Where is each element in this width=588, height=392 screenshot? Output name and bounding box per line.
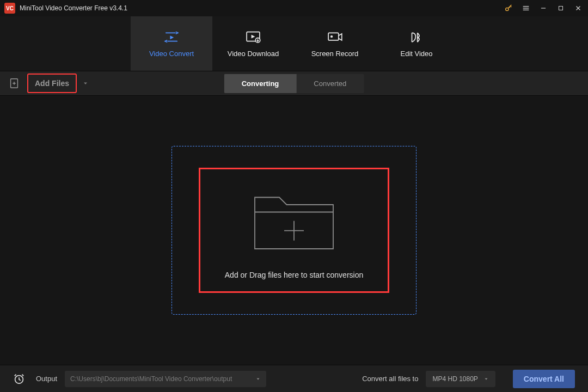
add-files-label: Add Files	[35, 79, 69, 88]
tab-video-download[interactable]: Video Download	[212, 16, 294, 71]
svg-point-0	[506, 8, 509, 10]
svg-marker-23	[485, 378, 487, 379]
schedule-icon[interactable]	[13, 373, 25, 385]
svg-marker-17	[84, 83, 87, 85]
key-icon[interactable]	[504, 4, 513, 13]
chevron-down-icon	[483, 376, 489, 382]
output-format-select[interactable]: MP4 HD 1080P	[426, 371, 495, 387]
main-tabs: Video Convert Video Download Screen Reco…	[0, 16, 588, 71]
svg-marker-22	[257, 378, 260, 379]
segment-converted[interactable]: Converted	[296, 74, 364, 93]
svg-point-13	[330, 35, 333, 38]
output-path-value: C:\Users\bj\Documents\MiniTool Video Con…	[70, 375, 232, 383]
dropzone-inner[interactable]: Add or Drag files here to start conversi…	[199, 168, 389, 293]
output-path-select[interactable]: C:\Users\bj\Documents\MiniTool Video Con…	[65, 371, 266, 387]
svg-marker-8	[170, 35, 174, 39]
footer: Output C:\Users\bj\Documents\MiniTool Vi…	[0, 365, 588, 392]
maximize-icon[interactable]	[556, 4, 565, 13]
tab-label: Screen Record	[311, 50, 359, 58]
convert-all-label: Convert All	[524, 375, 564, 383]
output-label: Output	[36, 375, 57, 383]
segment-converting[interactable]: Converting	[224, 74, 297, 93]
tab-screen-record[interactable]: Screen Record	[294, 16, 376, 71]
tab-label: Video Download	[228, 50, 279, 58]
minimize-icon[interactable]	[539, 4, 548, 13]
convert-all-to-label: Convert all files to	[362, 375, 418, 383]
app-title: MiniTool Video Converter Free v3.4.1	[20, 4, 504, 12]
tab-label: Edit Video	[400, 50, 432, 58]
svg-rect-5	[559, 7, 563, 10]
toolbar: Add Files Converting Converted	[0, 71, 588, 96]
add-files-dropdown-icon[interactable]	[82, 80, 89, 87]
dropzone-instruction: Add or Drag files here to start conversi…	[225, 271, 363, 279]
conversion-status-segmented: Converting Converted	[224, 74, 364, 93]
menu-icon[interactable]	[522, 4, 530, 13]
svg-rect-12	[328, 33, 339, 40]
app-logo-icon: VC	[4, 3, 15, 14]
close-icon[interactable]	[574, 4, 583, 13]
tab-video-convert[interactable]: Video Convert	[131, 16, 212, 71]
workspace: Add or Drag files here to start conversi…	[0, 96, 588, 365]
tab-edit-video[interactable]: Edit Video	[376, 16, 457, 71]
convert-all-button[interactable]: Convert All	[513, 370, 575, 388]
add-files-button[interactable]: Add Files	[27, 74, 77, 93]
dropzone[interactable]: Add or Drag files here to start conversi…	[171, 146, 416, 315]
tab-label: Video Convert	[149, 50, 194, 58]
titlebar: VC MiniTool Video Converter Free v3.4.1	[0, 0, 588, 16]
output-format-value: MP4 HD 1080P	[432, 375, 477, 383]
chevron-down-icon	[255, 376, 261, 382]
svg-marker-10	[252, 34, 255, 38]
folder-plus-icon	[245, 181, 343, 258]
add-file-icon[interactable]	[8, 77, 21, 90]
